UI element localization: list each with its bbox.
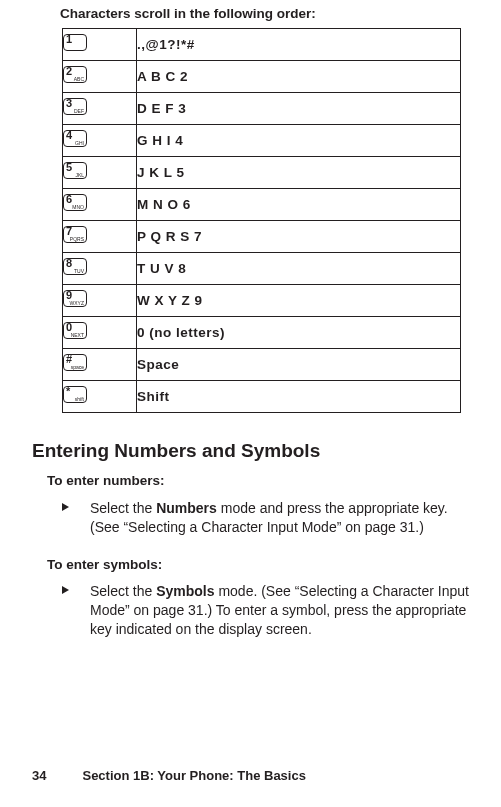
table-row: 2 ABC A B C 2 [63,61,461,93]
key-sub: TUV [74,269,84,274]
character-table-body: 1 .,@1?!*# 2 ABC A B C 2 3 [63,29,461,413]
key-cell: 5 JKL [63,157,137,189]
table-row: 4 GHI G H I 4 [63,125,461,157]
key-cell: 9 WXYZ [63,285,137,317]
char-cell: .,@1?!*# [137,29,461,61]
heading-entering-numbers-symbols: Entering Numbers and Symbols [32,440,320,462]
key-cell: 4 GHI [63,125,137,157]
keypad-5-icon: 5 JKL [63,162,87,179]
table-row: 1 .,@1?!*# [63,29,461,61]
key-sub: NEXT [71,333,84,338]
bold-span: Numbers [156,500,217,516]
char-cell: J K L 5 [137,157,461,189]
triangle-bullet-icon [62,586,69,594]
table-row: 8 TUV T U V 8 [63,253,461,285]
bullet-numbers: Select the Numbers mode and press the ap… [62,499,472,537]
keypad-9-icon: 9 WXYZ [63,290,87,307]
table-row: 9 WXYZ W X Y Z 9 [63,285,461,317]
table-row: 5 JKL J K L 5 [63,157,461,189]
key-main: 2 [66,66,72,77]
char-cell: 0 (no letters) [137,317,461,349]
char-cell: Shift [137,381,461,413]
bullet-symbols: Select the Symbols mode. (See “Selecting… [62,582,472,639]
key-cell: * shift [63,381,137,413]
key-cell: # space [63,349,137,381]
subhead-to-enter-numbers: To enter numbers: [47,473,165,488]
key-cell: 3 DEF [63,93,137,125]
key-main: 3 [66,98,72,109]
key-sub: space [71,365,84,370]
char-cell: T U V 8 [137,253,461,285]
char-cell: P Q R S 7 [137,221,461,253]
table-row: # space Space [63,349,461,381]
table-row: 6 MNO M N O 6 [63,189,461,221]
table-row: 7 PQRS P Q R S 7 [63,221,461,253]
keypad-1-icon: 1 [63,34,87,51]
keypad-7-icon: 7 PQRS [63,226,87,243]
keypad-3-icon: 3 DEF [63,98,87,115]
key-sub: JKL [75,173,84,178]
key-sub: MNO [72,205,84,210]
key-main: 1 [66,34,72,45]
footer-section-title: Section 1B: Your Phone: The Basics [82,768,305,783]
key-cell: 7 PQRS [63,221,137,253]
key-cell: 0 NEXT [63,317,137,349]
table-row: 0 NEXT 0 (no letters) [63,317,461,349]
key-sub: ABC [74,77,84,82]
text-span: Select the [90,583,156,599]
keypad-star-icon: * shift [63,386,87,403]
key-sub: WXYZ [70,301,84,306]
bullet-symbols-text: Select the Symbols mode. (See “Selecting… [90,582,470,639]
key-main: 6 [66,194,72,205]
key-main: 8 [66,258,72,269]
key-sub: GHI [75,141,84,146]
bold-span: Symbols [156,583,214,599]
keypad-4-icon: 4 GHI [63,130,87,147]
key-cell: 6 MNO [63,189,137,221]
triangle-bullet-icon [62,503,69,511]
keypad-hash-icon: # space [63,354,87,371]
key-cell: 2 ABC [63,61,137,93]
table-row: * shift Shift [63,381,461,413]
keypad-8-icon: 8 TUV [63,258,87,275]
character-table: 1 .,@1?!*# 2 ABC A B C 2 3 [62,28,461,413]
key-sub: DEF [74,109,84,114]
char-cell: M N O 6 [137,189,461,221]
page-footer: 34Section 1B: Your Phone: The Basics [32,768,306,783]
text-span: Select the [90,500,156,516]
char-cell: G H I 4 [137,125,461,157]
page-number: 34 [32,768,46,783]
key-sub: PQRS [70,237,84,242]
table-row: 3 DEF D E F 3 [63,93,461,125]
char-cell: D E F 3 [137,93,461,125]
char-cell: W X Y Z 9 [137,285,461,317]
key-sub: shift [75,397,84,402]
keypad-2-icon: 2 ABC [63,66,87,83]
subhead-to-enter-symbols: To enter symbols: [47,557,162,572]
bullet-numbers-text: Select the Numbers mode and press the ap… [90,499,470,537]
key-main: 4 [66,130,72,141]
key-cell: 1 [63,29,137,61]
key-main: * [66,386,70,397]
key-cell: 8 TUV [63,253,137,285]
char-cell: A B C 2 [137,61,461,93]
char-cell: Space [137,349,461,381]
keypad-0-icon: 0 NEXT [63,322,87,339]
key-main: 5 [66,162,72,173]
section-intro-text: Characters scroll in the following order… [60,6,316,21]
keypad-6-icon: 6 MNO [63,194,87,211]
page: Characters scroll in the following order… [0,0,501,807]
